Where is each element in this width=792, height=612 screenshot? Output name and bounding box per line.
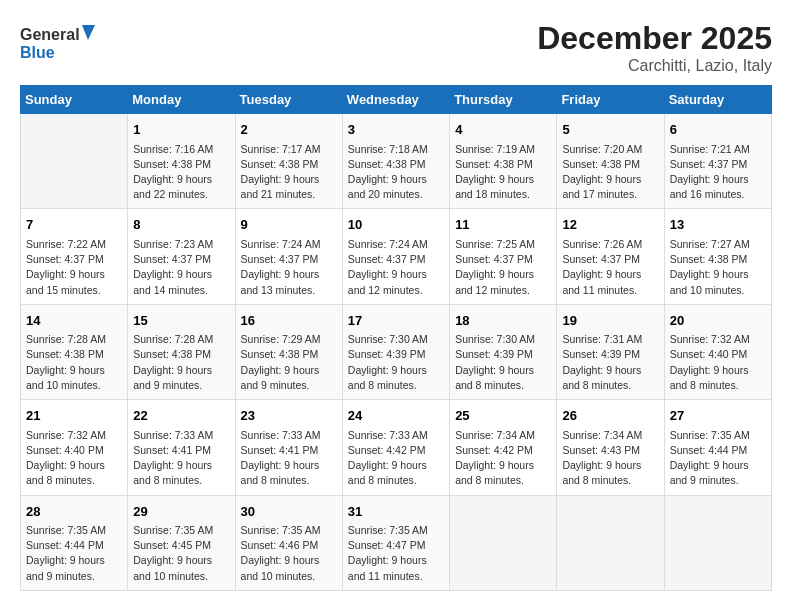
cell-info: Sunrise: 7:34 AM Sunset: 4:42 PM Dayligh…	[455, 428, 551, 489]
col-monday: Monday	[128, 86, 235, 114]
cell-info: Sunrise: 7:18 AM Sunset: 4:38 PM Dayligh…	[348, 142, 444, 203]
day-number: 16	[241, 311, 337, 331]
svg-marker-2	[82, 25, 95, 40]
calendar-cell: 21Sunrise: 7:32 AM Sunset: 4:40 PM Dayli…	[21, 400, 128, 495]
calendar-row-2: 7Sunrise: 7:22 AM Sunset: 4:37 PM Daylig…	[21, 209, 772, 304]
calendar-cell: 6Sunrise: 7:21 AM Sunset: 4:37 PM Daylig…	[664, 114, 771, 209]
cell-info: Sunrise: 7:35 AM Sunset: 4:46 PM Dayligh…	[241, 523, 337, 584]
calendar-row-4: 21Sunrise: 7:32 AM Sunset: 4:40 PM Dayli…	[21, 400, 772, 495]
calendar-cell: 22Sunrise: 7:33 AM Sunset: 4:41 PM Dayli…	[128, 400, 235, 495]
title-block: December 2025 Carchitti, Lazio, Italy	[537, 20, 772, 75]
day-number: 19	[562, 311, 658, 331]
day-number: 24	[348, 406, 444, 426]
cell-info: Sunrise: 7:26 AM Sunset: 4:37 PM Dayligh…	[562, 237, 658, 298]
day-number: 7	[26, 215, 122, 235]
day-number: 11	[455, 215, 551, 235]
cell-info: Sunrise: 7:35 AM Sunset: 4:47 PM Dayligh…	[348, 523, 444, 584]
day-number: 8	[133, 215, 229, 235]
day-number: 5	[562, 120, 658, 140]
day-number: 6	[670, 120, 766, 140]
calendar-cell: 28Sunrise: 7:35 AM Sunset: 4:44 PM Dayli…	[21, 495, 128, 590]
calendar-cell: 7Sunrise: 7:22 AM Sunset: 4:37 PM Daylig…	[21, 209, 128, 304]
day-number: 10	[348, 215, 444, 235]
calendar-cell: 8Sunrise: 7:23 AM Sunset: 4:37 PM Daylig…	[128, 209, 235, 304]
cell-info: Sunrise: 7:35 AM Sunset: 4:44 PM Dayligh…	[26, 523, 122, 584]
calendar-cell: 23Sunrise: 7:33 AM Sunset: 4:41 PM Dayli…	[235, 400, 342, 495]
day-number: 21	[26, 406, 122, 426]
calendar-cell: 31Sunrise: 7:35 AM Sunset: 4:47 PM Dayli…	[342, 495, 449, 590]
calendar-cell: 2Sunrise: 7:17 AM Sunset: 4:38 PM Daylig…	[235, 114, 342, 209]
cell-info: Sunrise: 7:35 AM Sunset: 4:44 PM Dayligh…	[670, 428, 766, 489]
calendar-cell: 25Sunrise: 7:34 AM Sunset: 4:42 PM Dayli…	[450, 400, 557, 495]
day-number: 25	[455, 406, 551, 426]
page-header: GeneralBlue December 2025 Carchitti, Laz…	[20, 20, 772, 75]
day-number: 29	[133, 502, 229, 522]
calendar-cell: 13Sunrise: 7:27 AM Sunset: 4:38 PM Dayli…	[664, 209, 771, 304]
calendar-cell: 11Sunrise: 7:25 AM Sunset: 4:37 PM Dayli…	[450, 209, 557, 304]
calendar-cell: 16Sunrise: 7:29 AM Sunset: 4:38 PM Dayli…	[235, 304, 342, 399]
day-number: 1	[133, 120, 229, 140]
calendar-cell: 20Sunrise: 7:32 AM Sunset: 4:40 PM Dayli…	[664, 304, 771, 399]
day-number: 15	[133, 311, 229, 331]
cell-info: Sunrise: 7:16 AM Sunset: 4:38 PM Dayligh…	[133, 142, 229, 203]
calendar-cell: 18Sunrise: 7:30 AM Sunset: 4:39 PM Dayli…	[450, 304, 557, 399]
calendar-row-1: 1Sunrise: 7:16 AM Sunset: 4:38 PM Daylig…	[21, 114, 772, 209]
location-title: Carchitti, Lazio, Italy	[537, 57, 772, 75]
calendar-cell	[664, 495, 771, 590]
calendar-cell: 30Sunrise: 7:35 AM Sunset: 4:46 PM Dayli…	[235, 495, 342, 590]
col-thursday: Thursday	[450, 86, 557, 114]
calendar-cell: 9Sunrise: 7:24 AM Sunset: 4:37 PM Daylig…	[235, 209, 342, 304]
day-number: 17	[348, 311, 444, 331]
cell-info: Sunrise: 7:31 AM Sunset: 4:39 PM Dayligh…	[562, 332, 658, 393]
calendar-cell	[21, 114, 128, 209]
calendar-cell: 3Sunrise: 7:18 AM Sunset: 4:38 PM Daylig…	[342, 114, 449, 209]
calendar-cell	[557, 495, 664, 590]
col-sunday: Sunday	[21, 86, 128, 114]
day-number: 18	[455, 311, 551, 331]
logo: GeneralBlue	[20, 20, 100, 65]
calendar-cell: 24Sunrise: 7:33 AM Sunset: 4:42 PM Dayli…	[342, 400, 449, 495]
cell-info: Sunrise: 7:23 AM Sunset: 4:37 PM Dayligh…	[133, 237, 229, 298]
cell-info: Sunrise: 7:35 AM Sunset: 4:45 PM Dayligh…	[133, 523, 229, 584]
calendar-cell: 10Sunrise: 7:24 AM Sunset: 4:37 PM Dayli…	[342, 209, 449, 304]
calendar-cell: 5Sunrise: 7:20 AM Sunset: 4:38 PM Daylig…	[557, 114, 664, 209]
calendar-cell: 1Sunrise: 7:16 AM Sunset: 4:38 PM Daylig…	[128, 114, 235, 209]
cell-info: Sunrise: 7:28 AM Sunset: 4:38 PM Dayligh…	[133, 332, 229, 393]
cell-info: Sunrise: 7:30 AM Sunset: 4:39 PM Dayligh…	[348, 332, 444, 393]
month-title: December 2025	[537, 20, 772, 57]
cell-info: Sunrise: 7:32 AM Sunset: 4:40 PM Dayligh…	[670, 332, 766, 393]
cell-info: Sunrise: 7:32 AM Sunset: 4:40 PM Dayligh…	[26, 428, 122, 489]
cell-info: Sunrise: 7:34 AM Sunset: 4:43 PM Dayligh…	[562, 428, 658, 489]
day-number: 2	[241, 120, 337, 140]
cell-info: Sunrise: 7:33 AM Sunset: 4:41 PM Dayligh…	[133, 428, 229, 489]
day-number: 27	[670, 406, 766, 426]
col-wednesday: Wednesday	[342, 86, 449, 114]
day-number: 4	[455, 120, 551, 140]
cell-info: Sunrise: 7:22 AM Sunset: 4:37 PM Dayligh…	[26, 237, 122, 298]
cell-info: Sunrise: 7:30 AM Sunset: 4:39 PM Dayligh…	[455, 332, 551, 393]
calendar-cell: 19Sunrise: 7:31 AM Sunset: 4:39 PM Dayli…	[557, 304, 664, 399]
calendar-cell: 4Sunrise: 7:19 AM Sunset: 4:38 PM Daylig…	[450, 114, 557, 209]
day-number: 22	[133, 406, 229, 426]
cell-info: Sunrise: 7:24 AM Sunset: 4:37 PM Dayligh…	[348, 237, 444, 298]
calendar-cell: 26Sunrise: 7:34 AM Sunset: 4:43 PM Dayli…	[557, 400, 664, 495]
day-number: 26	[562, 406, 658, 426]
day-number: 3	[348, 120, 444, 140]
day-number: 28	[26, 502, 122, 522]
day-number: 14	[26, 311, 122, 331]
day-number: 23	[241, 406, 337, 426]
cell-info: Sunrise: 7:29 AM Sunset: 4:38 PM Dayligh…	[241, 332, 337, 393]
calendar-cell	[450, 495, 557, 590]
cell-info: Sunrise: 7:24 AM Sunset: 4:37 PM Dayligh…	[241, 237, 337, 298]
cell-info: Sunrise: 7:33 AM Sunset: 4:42 PM Dayligh…	[348, 428, 444, 489]
cell-info: Sunrise: 7:17 AM Sunset: 4:38 PM Dayligh…	[241, 142, 337, 203]
calendar-cell: 17Sunrise: 7:30 AM Sunset: 4:39 PM Dayli…	[342, 304, 449, 399]
cell-info: Sunrise: 7:20 AM Sunset: 4:38 PM Dayligh…	[562, 142, 658, 203]
day-number: 31	[348, 502, 444, 522]
header-row: Sunday Monday Tuesday Wednesday Thursday…	[21, 86, 772, 114]
cell-info: Sunrise: 7:25 AM Sunset: 4:37 PM Dayligh…	[455, 237, 551, 298]
cell-info: Sunrise: 7:19 AM Sunset: 4:38 PM Dayligh…	[455, 142, 551, 203]
calendar-cell: 12Sunrise: 7:26 AM Sunset: 4:37 PM Dayli…	[557, 209, 664, 304]
col-saturday: Saturday	[664, 86, 771, 114]
day-number: 9	[241, 215, 337, 235]
